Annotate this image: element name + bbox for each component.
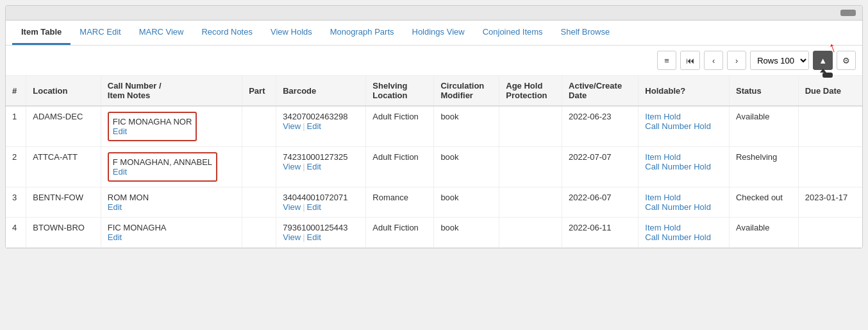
tab-holdings-view[interactable]: Holdings View bbox=[403, 21, 474, 45]
cell-active-create-date: 2022-06-23 bbox=[562, 106, 638, 147]
prev-icon: ‹ bbox=[712, 56, 715, 65]
barcode-edit-link[interactable]: Edit bbox=[307, 232, 321, 242]
cell-holdable: Item HoldCall Number Hold bbox=[638, 147, 730, 187]
col-header-shelving: ShelvingLocation bbox=[366, 76, 434, 106]
col-header-holdable: Holdable? bbox=[638, 76, 730, 106]
table-row: 1ADAMS-DECFIC MONAGHA NOREdit34207002463… bbox=[6, 106, 862, 147]
item-table-wrapper: # Location Call Number /Item Notes Part … bbox=[6, 76, 862, 248]
barcode-view-link[interactable]: View bbox=[283, 162, 301, 171]
cell-call-number: ROM MONEdit bbox=[101, 187, 242, 218]
cell-circulation-modifier: book bbox=[434, 147, 499, 187]
call-number-hold-link[interactable]: Call Number Hold bbox=[645, 121, 722, 131]
col-header-part: Part bbox=[242, 76, 276, 106]
cell-location: BENTN-FOW bbox=[26, 187, 101, 218]
list-icon: ≡ bbox=[664, 56, 669, 65]
barcode-number: 34207002463298 bbox=[283, 112, 359, 121]
call-number-edit-link[interactable]: Edit bbox=[108, 232, 122, 242]
col-header-age-hold: Age HoldProtection bbox=[499, 76, 562, 106]
prev-page-button[interactable]: ‹ bbox=[704, 51, 723, 70]
tab-view-holds[interactable]: View Holds bbox=[262, 21, 321, 45]
cell-shelving-location: Adult Fiction bbox=[366, 106, 434, 147]
tab-shelf-browse[interactable]: Shelf Browse bbox=[552, 21, 619, 45]
cell-call-number: FIC MONAGHAEdit bbox=[101, 218, 242, 248]
call-number-text: F MONAGHAN, ANNABEL bbox=[113, 157, 212, 167]
barcode-edit-link[interactable]: Edit bbox=[307, 121, 321, 131]
separator: | bbox=[303, 162, 305, 171]
tab-marc-edit[interactable]: MARC Edit bbox=[71, 21, 129, 45]
barcode-view-link[interactable]: View bbox=[283, 202, 301, 212]
table-row: 3BENTN-FOWROM MONEdit34044001072071View|… bbox=[6, 187, 862, 218]
cell-status: Available bbox=[729, 106, 798, 147]
barcode-view-link[interactable]: View bbox=[283, 121, 301, 131]
item-hold-link[interactable]: Item Hold bbox=[645, 152, 722, 162]
tab-marc-view[interactable]: MARC View bbox=[130, 21, 193, 45]
cell-age-hold-protection bbox=[499, 187, 562, 218]
cell-num: 3 bbox=[6, 187, 26, 218]
next-page-button[interactable]: › bbox=[727, 51, 746, 70]
cell-location: BTOWN-BRO bbox=[26, 218, 101, 248]
gear-icon: ⚙ bbox=[842, 56, 850, 65]
call-number-edit-link[interactable]: Edit bbox=[113, 167, 127, 177]
cell-due-date bbox=[798, 218, 862, 248]
tab-item-table[interactable]: Item Table bbox=[12, 21, 71, 45]
cell-active-create-date: 2022-06-07 bbox=[562, 187, 638, 218]
call-number-text: FIC MONAGHA bbox=[108, 223, 235, 232]
collapse-cell-button[interactable]: ▲ bbox=[813, 51, 833, 70]
cell-age-hold-protection bbox=[499, 218, 562, 248]
cell-call-number: F MONAGHAN, ANNABELEdit bbox=[101, 147, 242, 187]
toolbar: ≡ ⏮ ‹ › Rows 10 Rows 25 Rows 50 Rows 100… bbox=[6, 46, 862, 76]
tab-conjoined-items[interactable]: Conjoined Items bbox=[474, 21, 552, 45]
set-default-button[interactable] bbox=[840, 10, 856, 16]
top-bar bbox=[6, 6, 862, 21]
cell-active-create-date: 2022-07-07 bbox=[562, 147, 638, 187]
cell-circulation-modifier: book bbox=[434, 106, 499, 147]
call-number-hold-link[interactable]: Call Number Hold bbox=[645, 162, 722, 171]
cell-shelving-location: Adult Fiction bbox=[366, 147, 434, 187]
cell-barcode: 34207002463298View|Edit bbox=[276, 106, 366, 147]
cell-active-create-date: 2022-06-11 bbox=[562, 218, 638, 248]
separator: | bbox=[303, 121, 305, 131]
table-row: 4BTOWN-BROFIC MONAGHAEdit79361000125443V… bbox=[6, 218, 862, 248]
first-page-button[interactable]: ⏮ bbox=[680, 51, 700, 70]
select-all-button[interactable]: ≡ bbox=[657, 51, 676, 70]
cell-part bbox=[242, 187, 276, 218]
first-icon: ⏮ bbox=[686, 56, 694, 65]
tab-monograph-parts[interactable]: Monograph Parts bbox=[321, 21, 403, 45]
call-number-edit-link[interactable]: Edit bbox=[113, 126, 127, 136]
barcode-edit-link[interactable]: Edit bbox=[307, 162, 321, 171]
call-number-text: FIC MONAGHA NOR bbox=[113, 117, 192, 126]
barcode-number: 34044001072071 bbox=[283, 193, 359, 202]
item-hold-link[interactable]: Item Hold bbox=[645, 112, 722, 121]
cell-status: Reshelving bbox=[729, 147, 798, 187]
cell-due-date bbox=[798, 147, 862, 187]
call-number-hold-link[interactable]: Call Number Hold bbox=[645, 232, 722, 242]
cell-part bbox=[242, 106, 276, 147]
cell-status: Available bbox=[729, 218, 798, 248]
barcode-view-link[interactable]: View bbox=[283, 232, 301, 242]
col-header-circ-modifier: CirculationModifier bbox=[434, 76, 499, 106]
table-row: 2ATTCA-ATTF MONAGHAN, ANNABELEdit7423100… bbox=[6, 147, 862, 187]
col-header-active-date: Active/CreateDate bbox=[562, 76, 638, 106]
tab-record-notes[interactable]: Record Notes bbox=[192, 21, 261, 45]
cell-shelving-location: Romance bbox=[366, 187, 434, 218]
cell-age-hold-protection bbox=[499, 106, 562, 147]
col-header-due-date: Due Date bbox=[798, 76, 862, 106]
cell-holdable: Item HoldCall Number Hold bbox=[638, 218, 730, 248]
call-number-edit-link[interactable]: Edit bbox=[108, 202, 122, 212]
barcode-edit-link[interactable]: Edit bbox=[307, 202, 321, 212]
collapse-tooltip bbox=[822, 73, 833, 78]
item-hold-link[interactable]: Item Hold bbox=[645, 223, 722, 232]
cell-due-date: 2023-01-17 bbox=[798, 187, 862, 218]
next-icon: › bbox=[735, 56, 738, 65]
cell-barcode: 34044001072071View|Edit bbox=[276, 187, 366, 218]
cell-status: Checked out bbox=[729, 187, 798, 218]
settings-button[interactable]: ⚙ bbox=[837, 51, 856, 70]
table-header-row: # Location Call Number /Item Notes Part … bbox=[6, 76, 862, 106]
separator: | bbox=[303, 202, 305, 212]
barcode-number: 79361000125443 bbox=[283, 223, 359, 232]
cell-location: ATTCA-ATT bbox=[26, 147, 101, 187]
cell-num: 2 bbox=[6, 147, 26, 187]
call-number-hold-link[interactable]: Call Number Hold bbox=[645, 202, 722, 212]
item-hold-link[interactable]: Item Hold bbox=[645, 193, 722, 202]
rows-per-page-select[interactable]: Rows 10 Rows 25 Rows 50 Rows 100 bbox=[750, 51, 809, 70]
